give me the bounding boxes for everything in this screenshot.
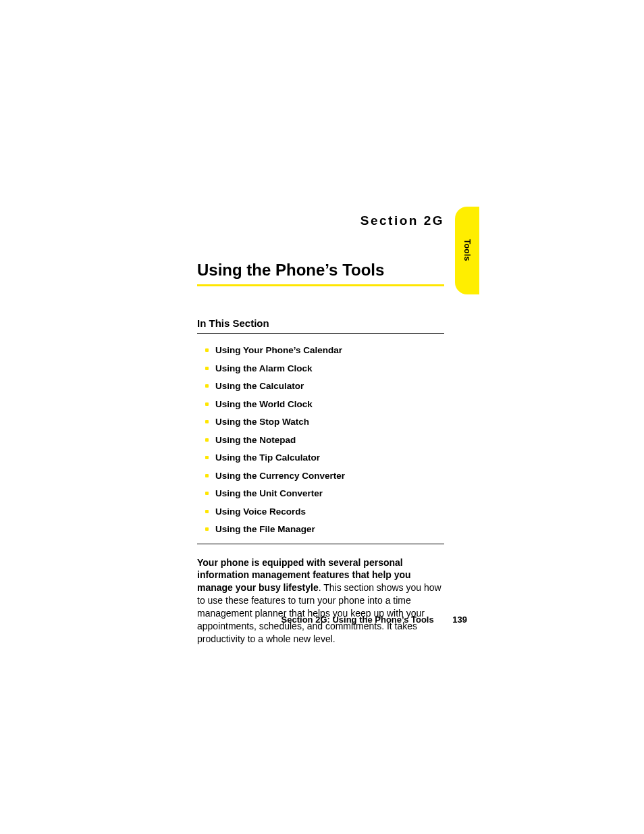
bullet-icon [205,384,209,388]
bullet-icon [205,527,209,531]
bullet-icon [205,510,209,513]
toc-item-label: Using Your Phone’s Calendar [215,346,342,355]
document-page: Tools Section 2G Using the Phone’s Tools… [0,0,644,834]
toc-list: Using Your Phone’s Calendar Using the Al… [197,346,444,534]
toc-item-label: Using the Alarm Clock [215,364,313,373]
side-tab-label: Tools [462,239,472,261]
toc-item-label: Using the Notepad [215,436,296,445]
toc-item: Using the Notepad [205,436,444,445]
toc-item-label: Using the Tip Calculator [215,453,320,463]
toc-item-label: Using Voice Records [215,507,306,517]
bullet-icon [205,348,209,352]
toc-item: Using the Calculator [205,382,444,391]
bullet-icon [205,367,209,370]
toc-item: Using the Tip Calculator [205,453,444,463]
toc-item: Using the Currency Converter [205,471,444,481]
bullet-icon [205,420,209,423]
page-title: Using the Phone’s Tools [197,261,444,286]
toc-item-label: Using the World Clock [215,400,313,409]
horizontal-rule [197,544,444,544]
footer-title: Section 2G: Using the Phone’s Tools [281,615,434,625]
bullet-icon [205,492,209,495]
bullet-icon [205,402,209,406]
side-tab: Tools [455,207,479,294]
in-this-section-heading: In This Section [197,317,444,334]
toc-item-label: Using the Stop Watch [215,417,309,427]
bullet-icon [205,456,209,459]
title-block: Using the Phone’s Tools [197,261,444,286]
toc-item: Using the Unit Converter [205,489,444,498]
toc-item: Using the File Manager [205,525,444,534]
toc-item-label: Using the Unit Converter [215,489,323,498]
toc-item-label: Using the Currency Converter [215,471,345,481]
title-underline [197,284,444,286]
toc-item: Using the Stop Watch [205,417,444,427]
toc-item-label: Using the Calculator [215,382,304,391]
page-number: 139 [452,615,467,625]
toc-item: Using the Alarm Clock [205,364,444,373]
bullet-icon [205,438,209,442]
toc-item: Using Voice Records [205,507,444,517]
toc-item: Using Your Phone’s Calendar [205,346,444,355]
page-footer: Section 2G: Using the Phone’s Tools 139 [197,615,467,625]
bullet-icon [205,474,209,477]
intro-paragraph: Your phone is equipped with several pers… [197,556,444,646]
toc-item-label: Using the File Manager [215,525,315,534]
content-column: Section 2G Using the Phone’s Tools In Th… [197,213,444,646]
section-label: Section 2G [197,213,444,228]
toc-item: Using the World Clock [205,400,444,409]
